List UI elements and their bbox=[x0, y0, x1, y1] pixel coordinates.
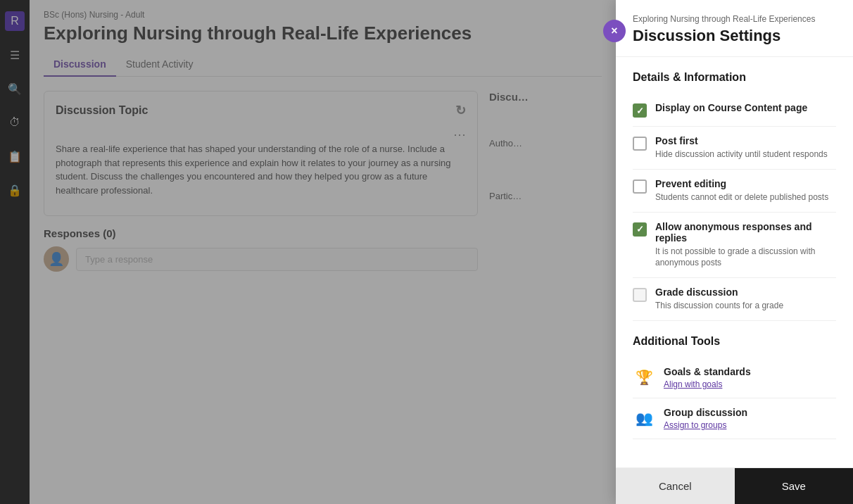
settings-header: Exploring Nursing through Real-Life Expe… bbox=[616, 0, 853, 57]
goals-icon: 🏆 bbox=[633, 366, 655, 389]
assign-groups-link[interactable]: Assign to groups bbox=[664, 420, 747, 430]
tool-goals-text: Goals & standards Align with goals bbox=[664, 366, 751, 389]
setting-prevent-editing: Prevent editing Students cannot edit or … bbox=[633, 170, 836, 213]
details-section-heading: Details & Information bbox=[633, 71, 836, 84]
setting-grade-discussion-text: Grade discussion This discussion counts … bbox=[655, 286, 783, 312]
setting-post-first-desc: Hide discussion activity until student r… bbox=[655, 149, 828, 160]
checkbox-display-course-checked[interactable] bbox=[633, 103, 647, 118]
setting-allow-anonymous-text: Allow anonymous responses and replies It… bbox=[655, 221, 836, 270]
tool-group-label: Group discussion bbox=[664, 407, 747, 418]
close-button[interactable]: × bbox=[603, 20, 626, 42]
settings-body: Details & Information Display on Course … bbox=[616, 57, 853, 467]
tool-goals-standards: 🏆 Goals & standards Align with goals bbox=[633, 358, 836, 398]
additional-tools-section: Additional Tools 🏆 Goals & standards Ali… bbox=[633, 335, 836, 439]
checkbox-grade-discussion[interactable] bbox=[633, 288, 647, 302]
checkbox-allow-anonymous-checked[interactable] bbox=[633, 222, 647, 237]
align-goals-link[interactable]: Align with goals bbox=[664, 379, 751, 389]
setting-prevent-editing-desc: Students cannot edit or delete published… bbox=[655, 191, 828, 203]
save-button[interactable]: Save bbox=[735, 468, 854, 504]
additional-tools-heading: Additional Tools bbox=[633, 335, 836, 348]
setting-allow-anonymous-label: Allow anonymous responses and replies bbox=[655, 221, 836, 244]
group-icon: 👥 bbox=[633, 407, 655, 429]
setting-allow-anonymous: Allow anonymous responses and replies It… bbox=[633, 213, 836, 279]
setting-post-first: Post first Hide discussion activity unti… bbox=[633, 127, 836, 170]
settings-footer: Cancel Save bbox=[616, 467, 853, 504]
setting-display-course-label: Display on Course Content page bbox=[655, 102, 807, 113]
tool-goals-label: Goals & standards bbox=[664, 366, 751, 377]
setting-prevent-editing-label: Prevent editing bbox=[655, 178, 828, 189]
setting-post-first-text: Post first Hide discussion activity unti… bbox=[655, 135, 828, 160]
tool-group-discussion: 👥 Group discussion Assign to groups bbox=[633, 398, 836, 439]
checkbox-display-course[interactable] bbox=[633, 103, 647, 118]
setting-prevent-editing-text: Prevent editing Students cannot edit or … bbox=[655, 178, 828, 203]
settings-title: Discussion Settings bbox=[633, 27, 836, 45]
setting-display-course: Display on Course Content page bbox=[633, 94, 836, 127]
setting-grade-discussion: Grade discussion This discussion counts … bbox=[633, 278, 836, 321]
checkbox-allow-anonymous[interactable] bbox=[633, 222, 647, 237]
checkbox-grade-discussion-unchecked[interactable] bbox=[633, 288, 647, 302]
checkbox-post-first-unchecked[interactable] bbox=[633, 137, 647, 151]
tool-group-text: Group discussion Assign to groups bbox=[664, 407, 747, 430]
checkbox-prevent-editing-unchecked[interactable] bbox=[633, 179, 647, 194]
setting-allow-anonymous-desc: It is not possible to grade a discussion… bbox=[655, 246, 836, 270]
setting-post-first-label: Post first bbox=[655, 135, 828, 146]
settings-supertitle: Exploring Nursing through Real-Life Expe… bbox=[633, 14, 836, 24]
setting-grade-discussion-label: Grade discussion bbox=[655, 286, 783, 298]
checkbox-post-first[interactable] bbox=[633, 137, 647, 151]
settings-panel: × Exploring Nursing through Real-Life Ex… bbox=[616, 0, 853, 504]
setting-display-course-text: Display on Course Content page bbox=[655, 102, 807, 115]
overlay bbox=[0, 0, 616, 504]
cancel-button[interactable]: Cancel bbox=[616, 468, 735, 504]
setting-grade-discussion-desc: This discussion counts for a grade bbox=[655, 300, 783, 312]
checkbox-prevent-editing[interactable] bbox=[633, 179, 647, 194]
